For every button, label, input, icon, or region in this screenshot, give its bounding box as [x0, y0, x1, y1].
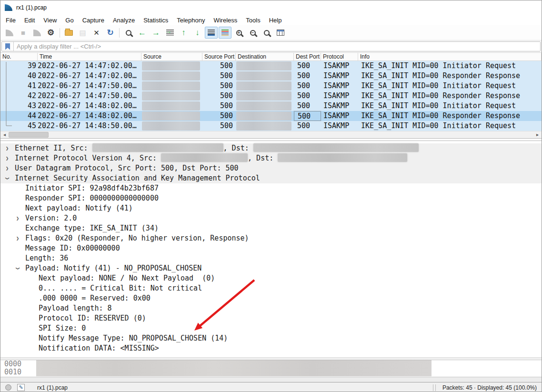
expander-closed-icon[interactable]: ❯: [4, 143, 10, 153]
title-bar: rx1 (1).pcap: [0, 0, 542, 15]
redacted-destination: [236, 101, 291, 111]
detail-row[interactable]: Message ID: 0x00000000: [0, 243, 542, 253]
detail-row[interactable]: Responder SPI: 0000000000000000: [0, 193, 542, 203]
menu-wireless[interactable]: Wireless: [209, 16, 241, 25]
restart-capture-button[interactable]: [30, 27, 43, 39]
find-packet-button[interactable]: [122, 27, 135, 39]
auto-scroll-button[interactable]: [205, 27, 218, 39]
menu-capture[interactable]: Capture: [78, 16, 109, 25]
go-to-bottom-button[interactable]: ↓: [191, 27, 204, 39]
cell-dest-port: 500: [294, 91, 321, 101]
cell-protocol: ISAKMP: [321, 81, 358, 91]
zoom-out-button[interactable]: −: [246, 27, 259, 39]
go-forward-button[interactable]: →: [150, 27, 162, 39]
detail-row[interactable]: ❯Flags: 0x20 (Responder, No higher versi…: [0, 233, 542, 243]
column-header-info[interactable]: Info: [358, 53, 542, 60]
cell-dest-port: 500: [294, 101, 321, 111]
detail-row[interactable]: ❯User Datagram Protocol, Src Port: 500, …: [0, 163, 542, 173]
detail-row[interactable]: Next payload: NONE / No Next Payload (0): [0, 273, 542, 283]
column-header-time[interactable]: Time: [38, 53, 141, 60]
column-header-protocol[interactable]: Protocol: [321, 53, 358, 60]
expert-info-icon[interactable]: [5, 384, 11, 391]
resize-columns-button[interactable]: [274, 27, 287, 39]
detail-row[interactable]: SPI Size: 0: [0, 323, 542, 333]
close-file-button[interactable]: ✕: [90, 27, 103, 39]
scrollbar-thumb[interactable]: [9, 132, 49, 138]
menu-telephony[interactable]: Telephony: [172, 16, 209, 25]
menu-analyze[interactable]: Analyze: [109, 16, 139, 25]
column-header-dest-port[interactable]: Dest Port: [294, 53, 321, 60]
column-header-source[interactable]: Source: [141, 53, 202, 60]
cell-time: 2022-06-27 14:47:02.00…: [38, 61, 141, 71]
packet-row-40[interactable]: 402022-06-27 14:47:02.00…500500ISAKMPIKE…: [0, 71, 542, 81]
detail-row[interactable]: Length: 36: [0, 253, 542, 263]
menu-file[interactable]: File: [1, 16, 20, 25]
cell-info: IKE_SA_INIT MID=00 Responder Response: [358, 71, 542, 81]
cell-destination: [236, 91, 294, 101]
expander-open-icon[interactable]: ❯: [2, 176, 12, 181]
detail-row[interactable]: Notify Message Type: NO_PROPOSAL_CHOSEN …: [0, 333, 542, 343]
cell-protocol: ISAKMP: [321, 71, 358, 81]
packet-row-44[interactable]: 442022-06-27 14:48:02.00…500500ISAKMPIKE…: [0, 111, 542, 121]
go-back-button[interactable]: ←: [136, 27, 149, 39]
cell-info: IKE_SA_INIT MID=00 Responder Response: [358, 111, 542, 121]
capture-options-button[interactable]: ⚙: [44, 27, 57, 39]
detail-row[interactable]: ❯Internet Security Association and Key M…: [0, 173, 542, 183]
packet-row-43[interactable]: 432022-06-27 14:48:02.00…500500ISAKMPIKE…: [0, 101, 542, 111]
detail-text: Flags: 0x20 (Responder, No higher versio…: [25, 233, 249, 243]
detail-row[interactable]: .000 0000 = Reserved: 0x00: [0, 293, 542, 303]
save-file-button[interactable]: ▤: [76, 27, 89, 39]
packet-list-hscrollbar[interactable]: ◂ ▸: [0, 131, 542, 138]
detail-row[interactable]: Exchange type: IKE_SA_INIT (34): [0, 223, 542, 233]
menu-help[interactable]: Help: [265, 16, 286, 25]
detail-row[interactable]: ❯Version: 2.0: [0, 213, 542, 223]
go-to-packet-button[interactable]: [163, 27, 176, 39]
menu-edit[interactable]: Edit: [20, 16, 39, 25]
detail-text: Initiator SPI: 92a98df4b23bf687: [25, 183, 159, 193]
scroll-right-arrow-icon[interactable]: ▸: [533, 131, 542, 138]
cell-source: [141, 71, 202, 81]
capture-comment-icon[interactable]: ✎: [17, 384, 25, 391]
column-header-source-port[interactable]: Source Port: [202, 53, 236, 60]
packet-row-42[interactable]: 422022-06-27 14:47:50.00…500500ISAKMPIKE…: [0, 91, 542, 101]
redacted-source: [142, 101, 200, 111]
filter-bookmark-button[interactable]: [2, 42, 14, 51]
expander-closed-icon[interactable]: ❯: [4, 163, 10, 173]
scroll-left-arrow-icon[interactable]: ◂: [0, 131, 9, 138]
expander-open-icon[interactable]: ❯: [13, 266, 23, 271]
expander-closed-icon[interactable]: ❯: [4, 153, 10, 163]
menu-tools[interactable]: Tools: [241, 16, 264, 25]
detail-row[interactable]: Protocol ID: RESERVED (0): [0, 313, 542, 323]
menu-view[interactable]: View: [39, 16, 61, 25]
stop-capture-button[interactable]: ■: [17, 27, 30, 39]
detail-row[interactable]: 0... .... = Critical Bit: Not critical: [0, 283, 542, 293]
detail-row[interactable]: Next payload: Notify (41): [0, 203, 542, 213]
detail-row[interactable]: ❯Internet Protocol Version 4, Src: , Dst…: [0, 153, 542, 163]
detail-row[interactable]: ❯Ethernet II, Src: , Dst:: [0, 143, 542, 153]
detail-row[interactable]: ❯Payload: Notify (41) - NO_PROPOSAL_CHOS…: [0, 263, 542, 273]
start-capture-button[interactable]: [3, 27, 16, 39]
expander-closed-icon[interactable]: ❯: [15, 233, 20, 243]
open-file-button[interactable]: [62, 27, 75, 39]
detail-text: Ethernet II, Src:: [15, 143, 92, 153]
detail-row[interactable]: Payload length: 8: [0, 303, 542, 313]
menu-go[interactable]: Go: [61, 16, 78, 25]
packet-row-39[interactable]: 392022-06-27 14:47:02.00…500500ISAKMPIKE…: [0, 61, 542, 71]
packet-row-41[interactable]: 412022-06-27 14:47:50.00…500500ISAKMPIKE…: [0, 81, 542, 91]
go-to-top-button[interactable]: ↑: [177, 27, 190, 39]
zoom-in-button[interactable]: +: [232, 27, 245, 39]
reload-file-button[interactable]: ↻: [104, 27, 117, 39]
menu-statistics[interactable]: Statistics: [139, 16, 172, 25]
detail-row[interactable]: Notification DATA: <MISSING>: [0, 343, 542, 353]
cell-source: [141, 121, 202, 131]
display-filter-input[interactable]: [14, 42, 540, 51]
column-header-destination[interactable]: Destination: [236, 53, 294, 60]
zoom-normal-button[interactable]: [260, 27, 273, 39]
reload-file-icon: ↻: [107, 29, 113, 37]
detail-row[interactable]: Initiator SPI: 92a98df4b23bf687: [0, 183, 542, 193]
packet-row-45[interactable]: 452022-06-27 14:48:50.00…500500ISAKMPIKE…: [0, 121, 542, 131]
column-header-no[interactable]: No.: [0, 53, 38, 60]
cell-source: [141, 61, 202, 71]
expander-closed-icon[interactable]: ❯: [15, 213, 20, 223]
colorize-button[interactable]: [219, 27, 231, 39]
